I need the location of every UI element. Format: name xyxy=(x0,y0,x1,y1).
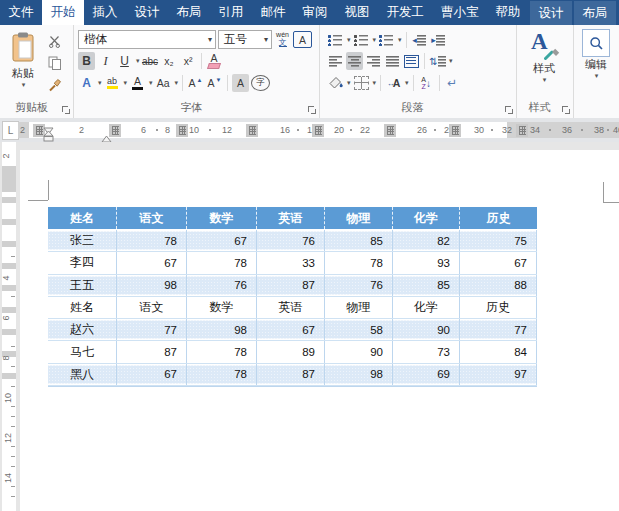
table-column-marker[interactable] xyxy=(516,124,528,137)
name-cell[interactable]: 张三 xyxy=(48,230,117,251)
score-cell[interactable]: 90 xyxy=(325,341,393,362)
table-column-marker[interactable] xyxy=(449,124,461,137)
tab-developer[interactable]: 开发工 xyxy=(378,0,433,25)
underline-button[interactable]: U xyxy=(116,52,133,70)
score-cell[interactable]: 67 xyxy=(187,230,257,251)
tab-home[interactable]: 开始 xyxy=(42,0,84,25)
numbering-caret[interactable]: ▾ xyxy=(373,36,377,44)
score-cell[interactable]: 76 xyxy=(325,275,393,296)
change-case-button[interactable]: Aa xyxy=(155,74,172,92)
header-cell[interactable]: 物理 xyxy=(325,207,393,229)
score-cell[interactable]: 75 xyxy=(460,230,537,251)
shading-button[interactable] xyxy=(327,74,344,92)
phonetic-guide-button[interactable]: wén 文 xyxy=(274,31,291,49)
score-cell[interactable]: 数学 xyxy=(187,297,257,318)
score-cell[interactable]: 67 xyxy=(117,252,187,273)
tab-help[interactable]: 帮助 xyxy=(487,0,529,25)
numbering-button[interactable] xyxy=(353,31,370,49)
tab-references[interactable]: 引用 xyxy=(210,0,252,25)
table-column-marker[interactable] xyxy=(246,124,258,137)
name-cell[interactable]: 马七 xyxy=(48,341,117,362)
bullets-button[interactable] xyxy=(327,31,344,49)
tab-review[interactable]: 审阅 xyxy=(294,0,336,25)
score-cell[interactable]: 67 xyxy=(117,364,187,385)
score-cell[interactable]: 87 xyxy=(117,341,187,362)
tab-view[interactable]: 视图 xyxy=(336,0,378,25)
shading-caret[interactable]: ▾ xyxy=(347,79,351,87)
score-cell[interactable]: 78 xyxy=(187,252,257,273)
change-case-caret[interactable]: ▾ xyxy=(175,79,179,87)
paste-button[interactable]: 粘贴 ▾ xyxy=(6,31,40,89)
character-shading-button[interactable]: A xyxy=(232,74,249,92)
score-cell[interactable]: 76 xyxy=(187,275,257,296)
name-cell[interactable]: 王五 xyxy=(48,275,117,296)
tab-mailings[interactable]: 邮件 xyxy=(252,0,294,25)
score-cell[interactable]: 67 xyxy=(257,319,325,340)
editing-button[interactable]: 编辑 ▾ xyxy=(578,29,614,80)
score-cell[interactable]: 90 xyxy=(393,319,460,340)
score-cell[interactable]: 84 xyxy=(460,341,537,362)
borders-caret[interactable]: ▾ xyxy=(373,79,377,87)
score-cell[interactable]: 89 xyxy=(257,341,325,362)
table-column-marker[interactable] xyxy=(312,124,324,137)
styles-dialog-launcher-icon[interactable] xyxy=(562,106,570,114)
increase-indent-button[interactable]: ▸ xyxy=(430,31,447,49)
asian-layout-button[interactable]: ↔A xyxy=(385,74,402,92)
tab-file[interactable]: 文件 xyxy=(0,0,42,25)
header-cell[interactable]: 历史 xyxy=(460,207,537,229)
format-painter-button[interactable] xyxy=(46,77,63,95)
decrease-indent-button[interactable]: ◂ xyxy=(411,31,428,49)
table-column-marker[interactable] xyxy=(384,124,396,137)
score-cell[interactable]: 77 xyxy=(460,319,537,340)
strikethrough-button[interactable]: abc xyxy=(142,52,159,70)
document-page[interactable]: 姓名语文数学英语物理化学历史张三786776858275李四6778337893… xyxy=(20,150,619,511)
score-cell[interactable]: 76 xyxy=(257,230,325,251)
score-cell[interactable]: 85 xyxy=(393,275,460,296)
enclose-character-button[interactable]: 字 xyxy=(251,75,270,91)
score-cell[interactable]: 78 xyxy=(187,364,257,385)
horizontal-ruler[interactable]: L 22681012161820222628303234363840 xyxy=(0,118,619,142)
borders-button[interactable] xyxy=(353,74,370,92)
subscript-button[interactable]: x₂ xyxy=(161,52,178,70)
line-spacing-button[interactable]: ⇅ xyxy=(429,52,446,70)
align-left-button[interactable] xyxy=(327,52,344,70)
paragraph-dialog-launcher-icon[interactable] xyxy=(505,106,513,114)
score-cell[interactable]: 78 xyxy=(117,230,187,251)
tab-table-layout[interactable]: 布局 xyxy=(574,1,616,25)
score-cell[interactable]: 69 xyxy=(393,364,460,385)
score-cell[interactable]: 93 xyxy=(393,252,460,273)
name-cell[interactable]: 李四 xyxy=(48,252,117,273)
score-cell[interactable]: 98 xyxy=(117,275,187,296)
score-cell[interactable]: 英语 xyxy=(257,297,325,318)
sort-button[interactable]: AZ ↓ xyxy=(418,74,435,92)
name-cell[interactable]: 黑八 xyxy=(48,364,117,385)
highlight-button[interactable]: ab xyxy=(104,74,121,92)
header-cell[interactable]: 数学 xyxy=(187,207,257,229)
clear-formatting-button[interactable]: A xyxy=(206,52,223,70)
bold-button[interactable]: B xyxy=(78,52,95,70)
score-cell[interactable]: 语文 xyxy=(117,297,187,318)
score-cell[interactable]: 化学 xyxy=(393,297,460,318)
bullets-caret[interactable]: ▾ xyxy=(347,36,351,44)
tab-layout[interactable]: 布局 xyxy=(168,0,210,25)
superscript-button[interactable]: x² xyxy=(180,52,197,70)
score-cell[interactable]: 88 xyxy=(460,275,537,296)
table-column-marker[interactable] xyxy=(176,124,188,137)
font-color-button[interactable]: A xyxy=(129,74,146,92)
header-cell[interactable]: 化学 xyxy=(393,207,460,229)
character-border-button[interactable]: A xyxy=(293,31,312,48)
score-cell[interactable]: 73 xyxy=(393,341,460,362)
score-cell[interactable]: 物理 xyxy=(325,297,393,318)
justify-button[interactable] xyxy=(384,52,401,70)
multilevel-list-button[interactable] xyxy=(378,31,395,49)
distribute-button[interactable] xyxy=(403,52,420,70)
multilevel-list-caret[interactable]: ▾ xyxy=(398,36,402,44)
font-dialog-launcher-icon[interactable] xyxy=(308,106,316,114)
score-cell[interactable]: 78 xyxy=(187,341,257,362)
text-effects-button[interactable]: A xyxy=(78,74,95,92)
font-size-combo[interactable]: 五号▾ xyxy=(218,30,272,49)
score-cell[interactable]: 58 xyxy=(325,319,393,340)
tab-design[interactable]: 设计 xyxy=(126,0,168,25)
vertical-ruler[interactable]: 2468101214 xyxy=(2,142,16,511)
header-cell[interactable]: 语文 xyxy=(117,207,187,229)
